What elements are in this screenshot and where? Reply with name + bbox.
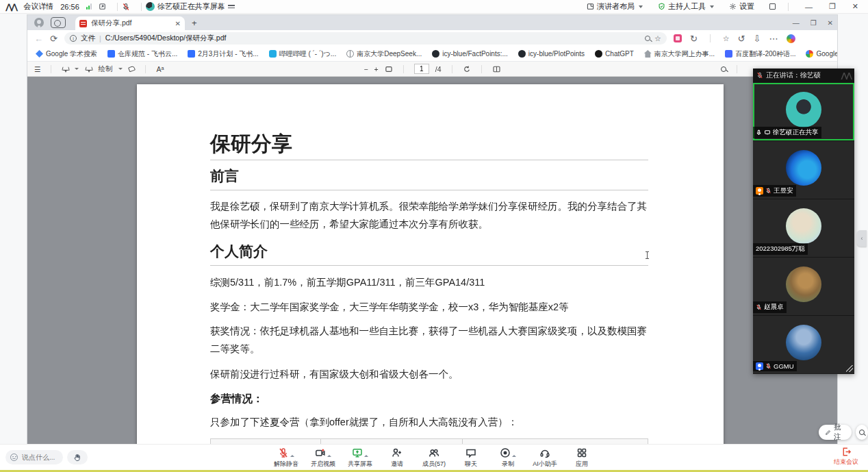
new-tab-button[interactable]: + [192, 18, 197, 28]
topbar-mic-muted-icon[interactable] [122, 3, 130, 11]
back-icon[interactable]: ← [34, 34, 43, 43]
eraser-icon[interactable] [128, 66, 136, 73]
bookmark-item[interactable]: ChatGPT [595, 50, 634, 58]
video-tile[interactable]: 王昱安 [753, 140, 854, 199]
bookmark-item[interactable]: icy-blue/PlotPoints [518, 50, 585, 58]
chat-input[interactable] [21, 453, 59, 462]
open-window-icon[interactable] [99, 3, 106, 10]
ai-assistant-button[interactable]: AI小助手 [528, 447, 561, 469]
highlighter-icon[interactable] [62, 66, 68, 73]
record-button[interactable]: 录制 [492, 447, 524, 469]
draw-icon[interactable] [85, 66, 92, 73]
start-video-button[interactable]: 开启视频 [307, 447, 340, 469]
favorite-star-icon[interactable]: ☆ [654, 34, 661, 43]
copilot-icon[interactable] [787, 34, 795, 43]
page-number-input[interactable] [414, 64, 429, 74]
add-text-icon[interactable]: Aᵃ [156, 65, 164, 73]
sharer-chip[interactable]: 徐艺硕正在共享屏幕 [146, 1, 235, 12]
meeting-detail-button[interactable]: 会议详情 [23, 1, 53, 12]
sharer-menu-icon[interactable] [228, 3, 235, 10]
members-button[interactable]: 成员(57) [418, 447, 450, 469]
end-meeting-button[interactable]: 结束会议 [834, 447, 858, 467]
chevron-up-icon[interactable] [327, 455, 331, 457]
bookmark-item[interactable]: 仓库规范 - 飞书云... [107, 49, 177, 59]
video-tile[interactable]: GGMU [753, 315, 854, 373]
divider [452, 65, 452, 73]
video-tile[interactable]: 赵晨卓 [753, 257, 854, 315]
host-tools-button[interactable]: 主持人工具 [658, 1, 714, 12]
video-tile[interactable]: 徐艺硕正在共享 [753, 82, 854, 140]
doc-paragraph: 获奖情况：依托足球机器人基地和一些自主比赛，获得了一些机器人大赛国家级奖项，以及… [210, 322, 648, 358]
browser-tabstrip: 保研分享.pdf ✕ + — ❐ ✕ [27, 15, 837, 30]
panel-resize-handle[interactable] [846, 365, 853, 372]
chevron-up-icon[interactable] [512, 455, 516, 457]
bookmark-item[interactable]: 哔哩哔哩 ( ´- ´)つ... [269, 49, 337, 59]
divider [117, 3, 118, 11]
search-icon[interactable] [721, 66, 726, 72]
browser-minimize-button[interactable]: — [793, 19, 800, 27]
address-url: C:/Users/54904/Desktop/保研分享.pdf [105, 34, 227, 43]
bookmark-item[interactable]: Google [806, 50, 837, 58]
browser-close-button[interactable]: ✕ [828, 19, 833, 27]
invite-button[interactable]: 邀请 [381, 447, 413, 469]
browser-maximize-button[interactable]: ❐ [810, 19, 817, 27]
tab-close-icon[interactable]: ✕ [175, 20, 181, 27]
camps-table-top [210, 438, 648, 444]
panel-collapse-tab[interactable]: ‹ [857, 230, 867, 247]
extension-icon[interactable] [674, 34, 682, 42]
bookmark-item[interactable]: 百度翻译-200种语... [725, 49, 795, 59]
more-menu-icon[interactable]: ⋯ [769, 34, 778, 43]
chevron-up-icon[interactable] [364, 455, 368, 457]
chat-input-box[interactable] [5, 450, 63, 464]
meeting-close-button[interactable]: ✕ [848, 2, 863, 11]
browser-workspaces-icon[interactable] [51, 17, 66, 28]
rotate-icon[interactable] [463, 65, 471, 73]
pdf-canvas[interactable]: 保研分享 前言 我是徐艺硕，保研到了南京大学计算机系。很荣幸能给学弟学妹们分享保… [27, 77, 837, 444]
bookmark-item[interactable]: 南京大学DeepSeek... [346, 49, 422, 59]
page-info-icon[interactable]: i [70, 35, 77, 42]
avatar [786, 208, 821, 244]
chevron-up-icon[interactable] [290, 455, 294, 457]
zoom-out-page-icon[interactable] [645, 36, 650, 41]
video-tile[interactable]: 2022302985万聪 [753, 199, 854, 257]
bookmark-item[interactable]: icy-blue/FactPoints:... [432, 50, 508, 58]
chat-button[interactable]: 聊天 [455, 447, 487, 469]
meeting-maximize-button[interactable]: ❐ [825, 2, 840, 11]
page-view-icon[interactable] [492, 65, 501, 73]
zoom-in-icon[interactable]: + [374, 65, 379, 73]
browser-profile-icon[interactable] [34, 18, 44, 27]
settings-button[interactable]: 设置 [729, 1, 754, 12]
bookmark-item[interactable]: 南京大学网上办事... [644, 49, 715, 59]
refresh-extension-icon[interactable]: ↻ [690, 34, 698, 43]
bookmark-item[interactable]: Google 学术搜索 [36, 49, 97, 59]
mic-muted-icon [765, 188, 771, 194]
emoji-icon[interactable] [10, 454, 18, 461]
share-screen-button[interactable]: 共享屏幕 [344, 447, 376, 469]
meeting-minimize-button[interactable]: — [801, 3, 817, 11]
unmute-button[interactable]: 解除静音 [270, 447, 303, 469]
annotate-button[interactable]: 批注 [819, 425, 852, 440]
bilibili-icon [269, 50, 277, 58]
browser-tab[interactable]: 保研分享.pdf ✕ [75, 16, 185, 30]
participants-panel: 正在讲话：徐艺硕 ⋀⋀ 徐艺硕正在共享 王昱安 2022302985万聪 [753, 69, 854, 374]
bookmark-item[interactable]: 2月3月计划 - 飞书... [188, 49, 258, 59]
raise-hand-icon [73, 454, 81, 462]
raise-hand-button[interactable] [67, 450, 88, 464]
fullscreen-icon[interactable] [769, 3, 776, 10]
bookmarks-bar: Google 学术搜索 仓库规范 - 飞书云... 2月3月计划 - 飞书...… [27, 47, 837, 62]
magnifier-button[interactable] [856, 425, 868, 440]
apps-button[interactable]: 应用 [565, 447, 598, 469]
zoom-out-icon[interactable]: − [363, 65, 368, 73]
address-bar[interactable]: i 文件 | C:/Users/54904/Desktop/保研分享.pdf ☆ [64, 32, 667, 45]
downloads-icon[interactable]: ⇩ [754, 34, 761, 43]
fit-page-icon[interactable] [385, 65, 393, 73]
chevron-down-icon[interactable] [118, 68, 123, 70]
favorites-bar-icon[interactable]: ☆ [723, 34, 730, 43]
toc-icon[interactable]: ☰ [34, 65, 40, 73]
history-icon[interactable]: ↺ [738, 34, 745, 43]
layout-button[interactable]: 演讲者布局 [587, 1, 643, 12]
chevron-down-icon[interactable] [75, 68, 79, 70]
reload-icon[interactable]: ⟳ [50, 34, 58, 43]
mic-muted-icon [765, 363, 771, 369]
screen-share-icon [764, 129, 771, 136]
